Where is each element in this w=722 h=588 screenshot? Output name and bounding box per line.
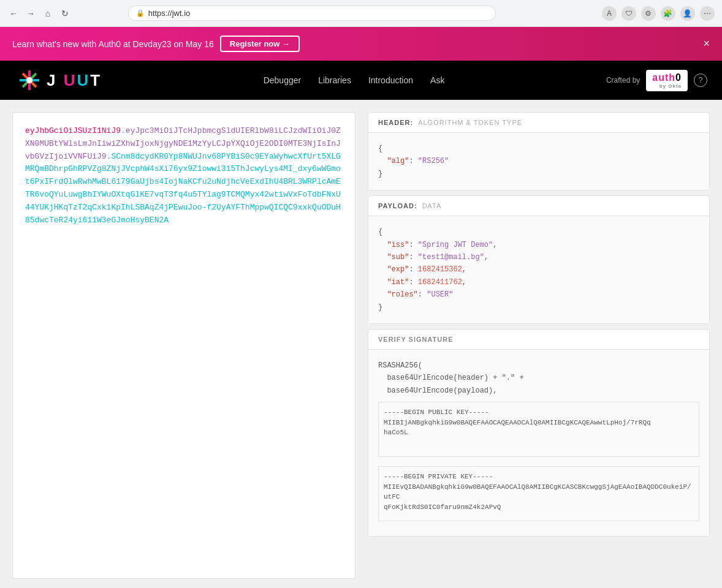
header-section-header: HEADER: ALGORITHM & TOKEN TYPE — [368, 113, 709, 133]
jwt-logo-icon — [15, 66, 44, 95]
payload-sublabel: DATA — [422, 202, 442, 209]
verify-fn-name: RSASHA256( — [378, 361, 422, 370]
header-section-body: { "alg": "RS256" } — [368, 133, 709, 190]
navbar-logo-area: J UUT — [15, 66, 102, 95]
banner-content: Learn what's new with Auth0 at Devday23 … — [12, 36, 300, 52]
jwt-signature-part: SCnm8dcydKR0Yp8NWUJnv68PYBiS0c9EYaWyhwcX… — [25, 152, 341, 225]
url-text: https://jwt.io — [148, 9, 191, 18]
help-button[interactable]: ? — [694, 74, 707, 87]
address-bar[interactable]: 🔒 https://jwt.io — [128, 6, 496, 21]
header-sublabel: ALGORITHM & TOKEN TYPE — [418, 119, 522, 126]
nav-debugger[interactable]: Debugger — [264, 75, 302, 85]
header-close-brace: } — [378, 170, 382, 178]
translate-icon[interactable]: A — [602, 6, 617, 21]
back-button[interactable]: ← — [7, 7, 20, 20]
verify-label: VERIFY SIGNATURE — [378, 336, 454, 343]
public-key-textarea[interactable]: -----BEGIN PUBLIC KEY----- MIIBIjANBgkqh… — [378, 402, 699, 457]
private-key-textarea[interactable]: -----BEGIN PRIVATE KEY----- MIIEvQIBADAN… — [378, 466, 699, 521]
menu-icon[interactable]: ⋯ — [700, 6, 715, 21]
browser-right-icons: A 🛡 ⚙ 🧩 👤 ⋯ — [602, 6, 715, 21]
verify-line1: base64UrlEncode(header) + "." + — [387, 374, 523, 382]
payload-section-body: { "iss": "Spring JWT Demo", "sub": "test… — [368, 216, 709, 323]
header-label: HEADER: — [378, 119, 413, 126]
by-okta-label: by Okta — [652, 83, 682, 89]
payload-exp: 1682415362 — [418, 265, 462, 274]
banner-close-button[interactable]: × — [703, 37, 710, 50]
verify-section-body: RSASHA256( base64UrlEncode(header) + "."… — [368, 350, 709, 536]
auth0-badge: auth0 by Okta — [646, 70, 688, 91]
puzzle-icon[interactable]: 🧩 — [661, 6, 675, 21]
public-key-wrapper: -----BEGIN PUBLIC KEY----- MIIBIjANBgkqh… — [378, 402, 699, 461]
private-key-wrapper: -----BEGIN PRIVATE KEY----- MIIEvQIBADAN… — [378, 466, 699, 526]
navbar-nav: Debugger Libraries Introduction Ask — [264, 75, 445, 85]
header-section: HEADER: ALGORITHM & TOKEN TYPE { "alg": … — [368, 112, 710, 190]
extensions-icon[interactable]: ⚙ — [641, 6, 656, 21]
register-button[interactable]: Register now → — [220, 36, 300, 52]
banner: Learn what's new with Auth0 at Devday23 … — [0, 27, 722, 61]
home-button[interactable]: ⌂ — [42, 7, 54, 20]
payload-iat: 1682411762 — [418, 278, 462, 287]
jwt-header-part: eyJhbGciOiJSUzI1NiJ9 — [25, 126, 121, 135]
profile-icon[interactable]: 👤 — [680, 6, 695, 21]
payload-iss: "Spring JWT Demo" — [418, 241, 493, 249]
navbar-right: Crafted by auth0 by Okta ? — [606, 70, 707, 91]
svg-point-4 — [26, 77, 32, 83]
nav-libraries[interactable]: Libraries — [318, 75, 351, 85]
lock-icon: 🔒 — [136, 9, 145, 17]
crafted-by-label: Crafted by — [606, 76, 640, 85]
nav-introduction[interactable]: Introduction — [368, 75, 413, 85]
verify-section: VERIFY SIGNATURE RSASHA256( base64UrlEnc… — [368, 329, 710, 537]
payload-label: PAYLOAD: — [378, 202, 417, 209]
right-panel: HEADER: ALGORITHM & TOKEN TYPE { "alg": … — [368, 112, 710, 579]
jwt-editor-panel[interactable]: eyJhbGciOiJSUzI1NiJ9.eyJpc3MiOiJTcHJpbmc… — [12, 112, 355, 579]
shield-icon[interactable]: 🛡 — [621, 6, 636, 21]
logo-text: J UUT — [47, 71, 102, 90]
verify-line2: base64UrlEncode(payload), — [387, 386, 497, 395]
payload-section: PAYLOAD: DATA { "iss": "Spring JWT Demo"… — [368, 195, 710, 324]
verify-section-header: VERIFY SIGNATURE — [368, 330, 709, 350]
payload-sub: "test1@mail.bg" — [418, 253, 484, 262]
main-content: eyJhbGciOiJSUzI1NiJ9.eyJpc3MiOiJTcHJpbmc… — [0, 100, 722, 588]
browser-chrome: ← → ⌂ ↻ 🔒 https://jwt.io A 🛡 ⚙ 🧩 👤 ⋯ — [0, 0, 722, 27]
refresh-button[interactable]: ↻ — [59, 7, 71, 20]
header-alg-value: "RS256" — [418, 157, 449, 165]
header-alg-key: "alg" — [387, 157, 409, 165]
browser-controls: ← → ⌂ ↻ — [7, 7, 71, 20]
payload-roles: "USER" — [427, 290, 453, 299]
header-open-brace: { — [378, 145, 382, 153]
jwt-dot1: . — [121, 126, 126, 135]
navbar: J UUT Debugger Libraries Introduction As… — [0, 61, 722, 100]
banner-text: Learn what's new with Auth0 at Devday23 … — [12, 39, 214, 49]
nav-ask[interactable]: Ask — [430, 75, 444, 85]
payload-section-header: PAYLOAD: DATA — [368, 196, 709, 216]
forward-button[interactable]: → — [25, 7, 37, 20]
